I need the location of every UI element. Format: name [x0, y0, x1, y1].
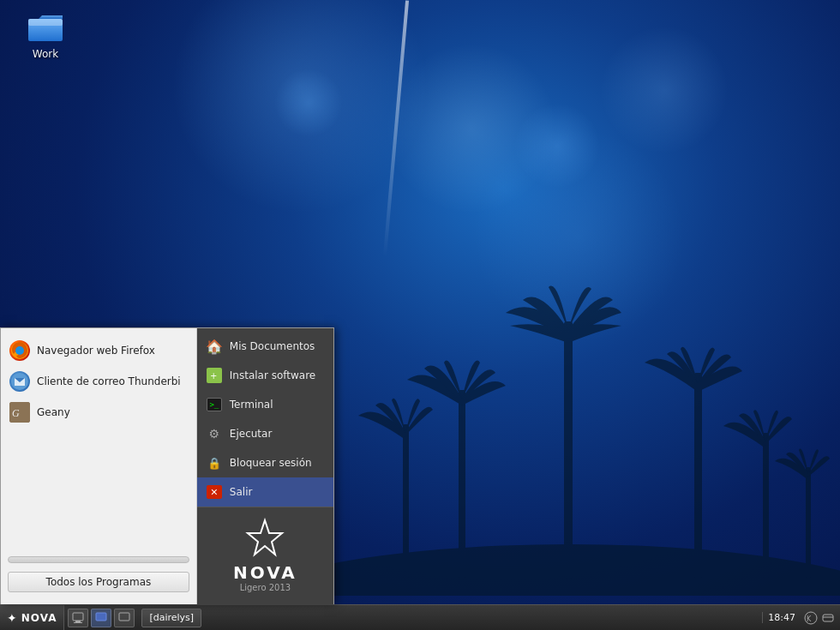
- thunderbird-icon: [9, 371, 30, 392]
- svg-text:K: K: [807, 615, 812, 623]
- menu-recent-apps: Navegador web Firefox Cliente de correo …: [1, 328, 197, 604]
- taskbar-app-btn-1[interactable]: [68, 609, 88, 627]
- svg-rect-5: [763, 433, 769, 579]
- instalar-label: Instalar software: [230, 369, 315, 381]
- taskbar-start-label: NOVA: [21, 612, 57, 624]
- svg-rect-24: [823, 615, 833, 621]
- nova-tagline: Ligero 2013: [240, 583, 291, 592]
- svg-rect-21: [119, 613, 129, 621]
- menu-bloquear-sesion[interactable]: 🔒 Bloquear sesión: [197, 448, 333, 477]
- bloquear-label: Bloquear sesión: [230, 457, 312, 469]
- start-menu: Navegador web Firefox Cliente de correo …: [0, 327, 334, 604]
- taskbar-window-label: [dairelys]: [149, 612, 194, 623]
- taskbar-apps: [64, 609, 138, 627]
- taskbar-window[interactable]: [dairelys]: [141, 609, 201, 627]
- taskbar-nova-star: ✦: [7, 611, 18, 625]
- nova-name: NOVA: [233, 562, 297, 583]
- ejecutar-label: Ejecutar: [230, 428, 273, 440]
- taskbar: ✦ NOVA: [0, 604, 840, 630]
- svg-rect-19: [74, 622, 82, 623]
- thunderbird-label: Cliente de correo Thunderbi: [37, 375, 181, 387]
- svg-marker-16: [248, 520, 282, 555]
- menu-scrollbar[interactable]: [8, 556, 189, 563]
- taskbar-clock: 18:47: [762, 612, 801, 623]
- taskbar-app-btn-3[interactable]: [114, 609, 135, 627]
- home-icon: 🏠: [206, 338, 223, 355]
- geany-label: Geany: [37, 406, 70, 418]
- nova-branding: NOVA Ligero 2013: [197, 507, 333, 601]
- install-icon: +: [206, 367, 223, 384]
- nova-star-logo: [243, 518, 286, 561]
- terminal-label: Terminal: [230, 399, 273, 411]
- menu-ejecutar[interactable]: ⚙ Ejecutar: [197, 419, 333, 448]
- svg-rect-6: [806, 467, 811, 579]
- menu-salir[interactable]: ✕ Salir: [197, 477, 333, 507]
- svg-text:+: +: [210, 371, 217, 381]
- svg-rect-3: [403, 424, 409, 579]
- salir-label: Salir: [230, 486, 253, 498]
- svg-rect-4: [694, 373, 702, 579]
- palm-silhouettes: .palm { fill: #041830; }: [300, 253, 840, 596]
- menu-geany[interactable]: G Geany: [1, 397, 196, 428]
- geany-icon: G: [9, 402, 30, 423]
- menu-terminal[interactable]: >_ Terminal: [197, 390, 333, 419]
- kde-icon[interactable]: K: [804, 611, 818, 625]
- all-programs-button[interactable]: Todos los Programas: [8, 572, 189, 592]
- terminal-icon: >_: [206, 396, 223, 413]
- menu-instalar-software[interactable]: + Instalar software: [197, 361, 333, 390]
- svg-rect-20: [96, 613, 106, 621]
- taskbar-app-btn-2[interactable]: [91, 609, 111, 627]
- exit-icon: ✕: [206, 483, 223, 501]
- desktop: .palm { fill: #041830; }: [0, 0, 840, 630]
- svg-point-10: [15, 346, 24, 355]
- folder-svg: [25, 7, 66, 48]
- svg-text:G: G: [12, 407, 20, 419]
- svg-rect-8: [28, 19, 63, 26]
- menu-mis-documentos[interactable]: 🏠 Mis Documentos: [197, 332, 333, 361]
- firefox-label: Navegador web Firefox: [37, 345, 155, 357]
- start-button[interactable]: ✦ NOVA: [0, 605, 64, 630]
- firefox-icon: [9, 340, 30, 361]
- svg-rect-1: [564, 321, 573, 579]
- svg-rect-2: [459, 390, 465, 579]
- menu-thunderbird[interactable]: Cliente de correo Thunderbi: [1, 366, 196, 397]
- gear-icon: ⚙: [206, 425, 223, 442]
- mis-documentos-label: Mis Documentos: [230, 340, 315, 352]
- svg-rect-18: [75, 621, 81, 622]
- lock-icon: 🔒: [206, 454, 223, 471]
- taskbar-tray: 18:47 K: [757, 611, 840, 625]
- menu-firefox[interactable]: Navegador web Firefox: [1, 335, 196, 366]
- menu-actions: 🏠 Mis Documentos + Instalar software >_: [197, 328, 333, 604]
- work-folder-icon[interactable]: Work: [15, 7, 75, 60]
- tray-icon-2[interactable]: [821, 611, 835, 625]
- work-folder-label: Work: [33, 48, 58, 60]
- svg-rect-17: [73, 613, 83, 621]
